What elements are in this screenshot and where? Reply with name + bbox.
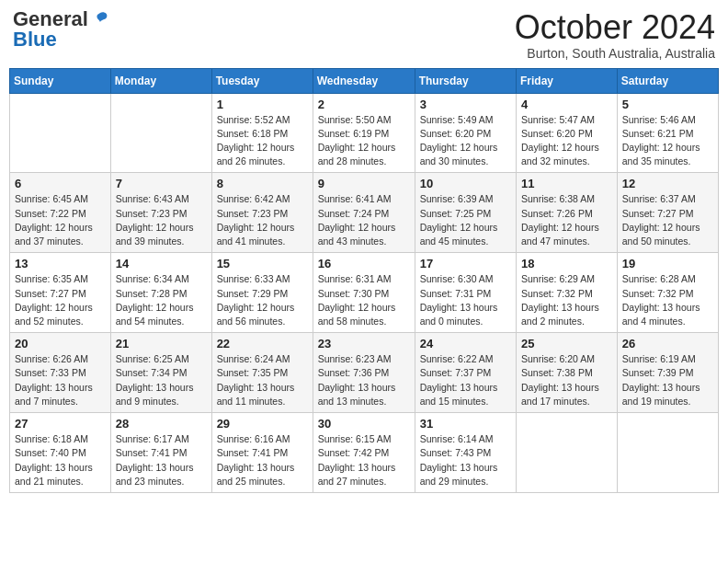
day-detail: Sunrise: 6:30 AMSunset: 7:31 PMDaylight:…	[420, 272, 511, 328]
calendar-week-row: 13Sunrise: 6:35 AMSunset: 7:27 PMDayligh…	[10, 253, 719, 333]
day-detail: Sunrise: 6:41 AMSunset: 7:24 PMDaylight:…	[318, 192, 410, 248]
calendar-cell: 28Sunrise: 6:17 AMSunset: 7:41 PMDayligh…	[110, 413, 211, 493]
calendar-week-row: 6Sunrise: 6:45 AMSunset: 7:22 PMDaylight…	[10, 173, 719, 253]
calendar-cell: 9Sunrise: 6:41 AMSunset: 7:24 PMDaylight…	[313, 173, 415, 253]
day-detail: Sunrise: 5:49 AMSunset: 6:20 PMDaylight:…	[420, 113, 511, 169]
calendar-cell: 6Sunrise: 6:45 AMSunset: 7:22 PMDaylight…	[10, 173, 111, 253]
day-number: 9	[318, 177, 410, 190]
weekday-header: Thursday	[415, 68, 516, 93]
day-detail: Sunrise: 6:18 AMSunset: 7:40 PMDaylight:…	[15, 432, 106, 488]
calendar-cell: 7Sunrise: 6:43 AMSunset: 7:23 PMDaylight…	[110, 173, 211, 253]
logo-general-text: General	[13, 9, 88, 29]
day-number: 8	[217, 177, 308, 190]
day-number: 31	[420, 417, 511, 431]
day-detail: Sunrise: 5:52 AMSunset: 6:18 PMDaylight:…	[217, 113, 308, 169]
day-number: 10	[420, 177, 511, 190]
weekday-header: Saturday	[617, 68, 718, 93]
day-number: 16	[318, 257, 410, 270]
day-number: 6	[15, 177, 106, 190]
calendar-cell: 8Sunrise: 6:42 AMSunset: 7:23 PMDaylight…	[211, 173, 313, 253]
day-number: 19	[622, 257, 713, 270]
calendar-cell: 14Sunrise: 6:34 AMSunset: 7:28 PMDayligh…	[110, 253, 211, 333]
day-detail: Sunrise: 6:34 AMSunset: 7:28 PMDaylight:…	[116, 272, 207, 328]
day-detail: Sunrise: 6:29 AMSunset: 7:32 PMDaylight:…	[521, 272, 612, 328]
day-detail: Sunrise: 5:46 AMSunset: 6:21 PMDaylight:…	[622, 113, 713, 169]
calendar-cell: 15Sunrise: 6:33 AMSunset: 7:29 PMDayligh…	[211, 253, 313, 333]
day-detail: Sunrise: 6:35 AMSunset: 7:27 PMDaylight:…	[15, 272, 106, 328]
calendar-cell: 10Sunrise: 6:39 AMSunset: 7:25 PMDayligh…	[415, 173, 516, 253]
calendar-week-row: 1Sunrise: 5:52 AMSunset: 6:18 PMDaylight…	[10, 93, 719, 173]
calendar-cell: 24Sunrise: 6:22 AMSunset: 7:37 PMDayligh…	[415, 333, 516, 413]
logo: General Blue	[13, 9, 110, 50]
calendar-cell	[10, 93, 111, 173]
day-detail: Sunrise: 6:19 AMSunset: 7:39 PMDaylight:…	[622, 352, 713, 408]
day-number: 3	[420, 98, 511, 111]
day-detail: Sunrise: 6:42 AMSunset: 7:23 PMDaylight:…	[217, 192, 308, 248]
calendar-cell: 19Sunrise: 6:28 AMSunset: 7:32 PMDayligh…	[617, 253, 718, 333]
weekday-header: Wednesday	[313, 68, 415, 93]
day-detail: Sunrise: 6:38 AMSunset: 7:26 PMDaylight:…	[521, 192, 612, 248]
calendar-header-row: SundayMondayTuesdayWednesdayThursdayFrid…	[10, 68, 719, 93]
calendar-cell: 31Sunrise: 6:14 AMSunset: 7:43 PMDayligh…	[415, 413, 516, 493]
day-detail: Sunrise: 6:23 AMSunset: 7:36 PMDaylight:…	[318, 352, 410, 408]
calendar-cell: 25Sunrise: 6:20 AMSunset: 7:38 PMDayligh…	[517, 333, 618, 413]
calendar-table: SundayMondayTuesdayWednesdayThursdayFrid…	[9, 68, 719, 493]
day-detail: Sunrise: 6:17 AMSunset: 7:41 PMDaylight:…	[116, 432, 207, 488]
day-detail: Sunrise: 6:15 AMSunset: 7:42 PMDaylight:…	[318, 432, 410, 488]
day-number: 25	[521, 337, 612, 350]
month-title: October 2024	[515, 9, 715, 46]
calendar-cell: 17Sunrise: 6:30 AMSunset: 7:31 PMDayligh…	[415, 253, 516, 333]
calendar-cell	[110, 93, 211, 173]
weekday-header: Sunday	[10, 68, 111, 93]
day-number: 11	[521, 177, 612, 190]
day-detail: Sunrise: 6:33 AMSunset: 7:29 PMDaylight:…	[217, 272, 308, 328]
day-number: 17	[420, 257, 511, 270]
weekday-header: Friday	[517, 68, 618, 93]
day-number: 27	[15, 417, 106, 431]
day-number: 4	[521, 98, 612, 111]
day-number: 7	[116, 177, 207, 190]
day-detail: Sunrise: 6:20 AMSunset: 7:38 PMDaylight:…	[521, 352, 612, 408]
day-detail: Sunrise: 6:39 AMSunset: 7:25 PMDaylight:…	[420, 192, 511, 248]
calendar-cell: 21Sunrise: 6:25 AMSunset: 7:34 PMDayligh…	[110, 333, 211, 413]
day-detail: Sunrise: 6:26 AMSunset: 7:33 PMDaylight:…	[15, 352, 106, 408]
calendar-cell: 4Sunrise: 5:47 AMSunset: 6:20 PMDaylight…	[517, 93, 618, 173]
calendar-cell: 5Sunrise: 5:46 AMSunset: 6:21 PMDaylight…	[617, 93, 718, 173]
day-detail: Sunrise: 6:22 AMSunset: 7:37 PMDaylight:…	[420, 352, 511, 408]
calendar-cell: 20Sunrise: 6:26 AMSunset: 7:33 PMDayligh…	[10, 333, 111, 413]
calendar-cell: 2Sunrise: 5:50 AMSunset: 6:19 PMDaylight…	[313, 93, 415, 173]
day-detail: Sunrise: 6:31 AMSunset: 7:30 PMDaylight:…	[318, 272, 410, 328]
calendar-cell: 11Sunrise: 6:38 AMSunset: 7:26 PMDayligh…	[517, 173, 618, 253]
day-number: 18	[521, 257, 612, 270]
title-block: October 2024 Burton, South Australia, Au…	[515, 9, 715, 61]
logo-blue-text: Blue	[13, 29, 57, 50]
calendar-cell: 29Sunrise: 6:16 AMSunset: 7:41 PMDayligh…	[211, 413, 313, 493]
calendar-cell: 16Sunrise: 6:31 AMSunset: 7:30 PMDayligh…	[313, 253, 415, 333]
weekday-header: Monday	[110, 68, 211, 93]
day-number: 5	[622, 98, 713, 111]
day-detail: Sunrise: 5:47 AMSunset: 6:20 PMDaylight:…	[521, 113, 612, 169]
day-detail: Sunrise: 6:16 AMSunset: 7:41 PMDaylight:…	[217, 432, 308, 488]
day-number: 26	[622, 337, 713, 350]
day-number: 12	[622, 177, 713, 190]
calendar-cell: 18Sunrise: 6:29 AMSunset: 7:32 PMDayligh…	[517, 253, 618, 333]
calendar-cell	[617, 413, 718, 493]
day-detail: Sunrise: 6:37 AMSunset: 7:27 PMDaylight:…	[622, 192, 713, 248]
calendar-week-row: 27Sunrise: 6:18 AMSunset: 7:40 PMDayligh…	[10, 413, 719, 493]
logo-bird-icon	[90, 9, 110, 29]
day-number: 15	[217, 257, 308, 270]
calendar-cell: 30Sunrise: 6:15 AMSunset: 7:42 PMDayligh…	[313, 413, 415, 493]
calendar-cell: 26Sunrise: 6:19 AMSunset: 7:39 PMDayligh…	[617, 333, 718, 413]
day-detail: Sunrise: 5:50 AMSunset: 6:19 PMDaylight:…	[318, 113, 410, 169]
calendar-cell	[517, 413, 618, 493]
day-detail: Sunrise: 6:43 AMSunset: 7:23 PMDaylight:…	[116, 192, 207, 248]
day-number: 21	[116, 337, 207, 350]
calendar-cell: 13Sunrise: 6:35 AMSunset: 7:27 PMDayligh…	[10, 253, 111, 333]
day-number: 22	[217, 337, 308, 350]
day-number: 30	[318, 417, 410, 431]
day-number: 24	[420, 337, 511, 350]
calendar-cell: 12Sunrise: 6:37 AMSunset: 7:27 PMDayligh…	[617, 173, 718, 253]
day-number: 23	[318, 337, 410, 350]
calendar-cell: 1Sunrise: 5:52 AMSunset: 6:18 PMDaylight…	[211, 93, 313, 173]
day-number: 29	[217, 417, 308, 431]
